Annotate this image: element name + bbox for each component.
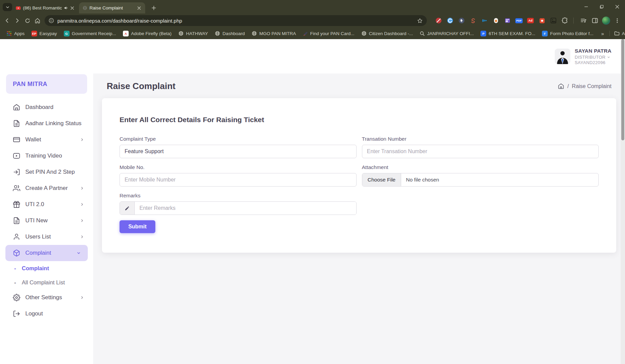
red-extension-icon[interactable] xyxy=(538,16,546,25)
complaint-submenu: - Complaint - All Complaint List xyxy=(0,261,93,289)
tab-close-icon[interactable] xyxy=(70,5,75,11)
site-settings-icon[interactable] xyxy=(49,18,54,23)
complaint-type-input[interactable] xyxy=(120,145,357,158)
tab-close-icon[interactable] xyxy=(136,5,142,11)
back-button[interactable] xyxy=(2,16,12,26)
bookmark-label: Apps xyxy=(14,31,25,36)
submenu-item-label: Complaint xyxy=(22,265,49,272)
sidebar-item-logout[interactable]: Logout xyxy=(0,306,93,322)
side-panel-icon[interactable] xyxy=(591,16,599,25)
submenu-item-all-complaint-list[interactable]: - All Complaint List xyxy=(0,275,93,289)
transation-number-input[interactable] xyxy=(362,145,599,158)
submenu-item-complaint[interactable]: - Complaint xyxy=(0,261,93,275)
address-bar[interactable]: panmitra.onlinepsa.com/dashboard/raise-c… xyxy=(45,15,427,26)
bookmarks-separator xyxy=(609,31,610,36)
adobe-icon: A xyxy=(123,31,129,36)
bookmark-star-icon[interactable] xyxy=(417,18,423,24)
choose-file-button[interactable]: Choose File xyxy=(362,173,401,186)
media-controls-icon[interactable] xyxy=(579,16,588,25)
breadcrumb-current: Raise Complaint xyxy=(572,83,611,89)
sidebar: PAN MITRA Dashboard Aadhar Linking Statu… xyxy=(0,39,93,364)
content-area: Raise Complaint / Raise Complaint Enter … xyxy=(93,74,625,364)
pdf-badge: PDF xyxy=(515,18,523,23)
p-icon: P xyxy=(480,31,486,36)
bookmark-citizen-dashboard[interactable]: Citizen Dashboard -... xyxy=(359,29,416,38)
submit-button[interactable]: Submit xyxy=(120,220,155,233)
tab-organize-button[interactable] xyxy=(3,3,12,11)
pdf-extension-icon[interactable]: PDF xyxy=(515,16,523,25)
sidebar-item-label: Wallet xyxy=(25,136,41,143)
remarks-input[interactable] xyxy=(135,202,356,215)
sidebar-item-users-list[interactable]: Users List xyxy=(0,229,93,245)
brand-logo[interactable]: PAN MITRA xyxy=(6,74,87,94)
skip-ad-extension-icon[interactable]: Ad xyxy=(526,16,535,25)
file-input[interactable]: Choose File No file chosen xyxy=(362,173,599,187)
sidebar-item-label: Set PIN And 2 Step xyxy=(25,169,75,175)
page-scrollbar[interactable] xyxy=(621,39,625,364)
page-title-row: Raise Complaint / Raise Complaint xyxy=(102,81,616,91)
bookmark-apps[interactable]: Apps xyxy=(4,29,27,38)
sidebar-item-label: Complaint xyxy=(25,250,51,256)
extensions-puzzle-icon[interactable] xyxy=(561,16,569,25)
sidebar-item-training-video[interactable]: Training Video xyxy=(0,148,93,164)
close-window-button[interactable] xyxy=(609,0,625,13)
all-bookmarks-button[interactable]: All Bookmarks xyxy=(612,29,625,38)
sidebar-item-dashboard[interactable]: Dashboard xyxy=(0,99,93,115)
bookmark-6th-sem-exam[interactable]: P 6TH SEM EXAM. FO... xyxy=(478,29,538,38)
maximize-button[interactable] xyxy=(594,0,609,13)
s-ring-extension-icon[interactable] xyxy=(469,16,477,25)
bookmark-easypay[interactable]: EP Easypay xyxy=(29,29,59,38)
bookmark-janparichay[interactable]: JANPARICHAY OFFI... xyxy=(417,29,476,38)
sidebar-item-aadhar-linking-status[interactable]: Aadhar Linking Status xyxy=(0,115,93,132)
chevron-down-icon xyxy=(76,251,81,255)
tab-title: Raise Complaint xyxy=(89,5,134,10)
adblock-extension-icon[interactable] xyxy=(434,16,443,25)
sidebar-item-wallet[interactable]: Wallet xyxy=(0,132,93,148)
home-button[interactable] xyxy=(32,16,43,26)
mobile-input[interactable] xyxy=(120,173,357,187)
minimize-button[interactable] xyxy=(578,0,594,13)
home-icon xyxy=(13,104,20,111)
sidebar-item-set-pin[interactable]: Set PIN And 2 Step xyxy=(0,164,93,180)
bookmark-government-receipt[interactable]: G Government Receip... xyxy=(61,29,119,38)
window-extension-icon[interactable] xyxy=(503,16,512,25)
url-text[interactable]: panmitra.onlinepsa.com/dashboard/raise-c… xyxy=(57,18,414,24)
wifi-extension-icon[interactable] xyxy=(480,16,489,25)
cursor-extension-icon[interactable] xyxy=(457,16,466,25)
sidebar-item-uti-2[interactable]: UTI 2.0 xyxy=(0,196,93,213)
apps-grid-icon xyxy=(6,31,12,36)
tab-raise-complaint[interactable]: Raise Complaint xyxy=(79,2,145,13)
swirl-extension-icon[interactable] xyxy=(446,16,454,25)
gear-icon xyxy=(13,294,20,301)
user-name: SAYAN PATRA xyxy=(575,48,611,54)
forward-button[interactable] xyxy=(12,16,22,26)
bookmark-hathway[interactable]: HATHWAY xyxy=(176,29,210,38)
bookmark-dashboard[interactable]: Dashboard xyxy=(212,29,247,38)
tab-strip: (86) Best Romantic Song | V Raise Compla… xyxy=(0,0,625,13)
browser-menu-icon[interactable] xyxy=(613,16,622,25)
scrollbar-thumb[interactable] xyxy=(621,39,624,140)
home-icon[interactable] xyxy=(558,83,564,89)
browser-profile-avatar[interactable] xyxy=(602,17,610,25)
new-tab-button[interactable] xyxy=(149,3,158,12)
ad-badge: Ad xyxy=(527,18,534,23)
reload-button[interactable] xyxy=(22,16,32,26)
sidebar-item-complaint[interactable]: Complaint xyxy=(5,245,88,261)
sidebar-item-uti-new[interactable]: UTI New xyxy=(0,213,93,229)
sidebar-item-create-a-partner[interactable]: Create A Partner xyxy=(0,180,93,196)
bookmarks-overflow-chevron[interactable]: » xyxy=(598,31,607,36)
sidebar-item-label: Logout xyxy=(25,310,43,317)
raise-complaint-card: Enter All Correct Details For Raising Ti… xyxy=(102,98,616,253)
user-menu[interactable]: SAYAN PATRA DISTRIBUTOR SAYAND22096 xyxy=(555,48,611,65)
tab-youtube[interactable]: (86) Best Romantic Song | V xyxy=(12,2,78,13)
sidebar-item-other-settings[interactable]: Other Settings xyxy=(0,289,93,306)
bookmark-form-photo-editor[interactable]: F Form Photo Editor f... xyxy=(540,29,596,38)
bookmark-adobe-firefly[interactable]: A Adobe Firefly (Beta) xyxy=(121,29,174,38)
tab-audio-icon[interactable] xyxy=(64,6,68,10)
image-extension-icon[interactable] xyxy=(549,16,558,25)
browser-window: (86) Best Romantic Song | V Raise Compla… xyxy=(0,0,625,364)
bookmark-mgo-pan-mitra[interactable]: MGO PAN MITRA xyxy=(249,29,298,38)
session-extension-icon[interactable] xyxy=(492,16,500,25)
bookmark-find-pan-card[interactable]: Find your PAN Card... xyxy=(301,29,357,38)
chevron-right-icon xyxy=(80,234,84,239)
